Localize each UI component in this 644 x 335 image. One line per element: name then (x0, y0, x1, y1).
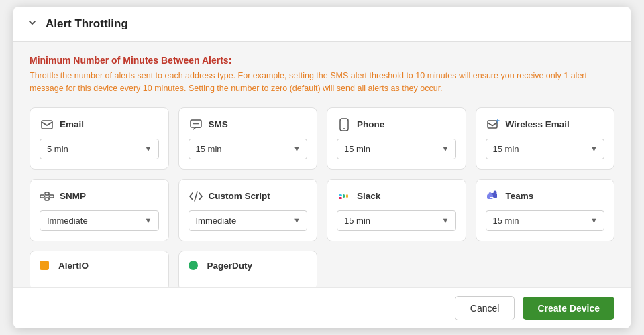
card-header-wireless-email: Wireless Email (486, 117, 605, 132)
svg-point-2 (193, 123, 195, 124)
card-label-email: Email (60, 119, 84, 129)
select-email[interactable]: Immediate5 min10 min15 min30 min1 hour (40, 139, 159, 159)
svg-point-4 (197, 123, 199, 124)
teams-icon (486, 189, 500, 204)
sms-icon (189, 117, 203, 132)
email-icon (40, 117, 54, 132)
svg-rect-15 (346, 194, 348, 198)
chevron-down-icon[interactable] (27, 17, 38, 30)
select-slack[interactable]: Immediate5 min10 min15 min30 min1 hour (337, 210, 456, 231)
svg-rect-19 (487, 194, 493, 199)
card-phone: Phone Immediate5 min10 min15 min30 min1 … (327, 107, 466, 170)
svg-rect-14 (343, 194, 345, 198)
card-header-custom-script: Custom Script (189, 189, 308, 204)
svg-point-20 (488, 192, 491, 195)
card-sms: SMS Immediate5 min10 min15 min30 min1 ho… (178, 107, 318, 170)
select-wrapper-custom-script: Immediate5 min10 min15 min30 min1 hour ▼ (189, 210, 308, 231)
select-wrapper-email: Immediate5 min10 min15 min30 min1 hour ▼ (40, 139, 159, 159)
card-header-slack: Slack (337, 189, 456, 204)
section-description: Throttle the number of alerts sent to ea… (30, 70, 614, 95)
card-header-snmp: SNMP (40, 189, 159, 204)
partial-card-header-pagerduty: PagerDuty (189, 261, 308, 271)
svg-rect-12 (339, 197, 342, 199)
card-header-teams: Teams (486, 189, 605, 204)
partial-card-label-alertio: AlertIO (58, 261, 89, 271)
select-sms[interactable]: Immediate5 min10 min15 min30 min1 hour (189, 139, 308, 159)
card-label-snmp: SNMP (60, 191, 86, 201)
card-slack: Slack Immediate5 min10 min15 min30 min1 … (327, 179, 466, 241)
select-wrapper-slack: Immediate5 min10 min15 min30 min1 hour ▼ (337, 210, 456, 231)
svg-rect-10 (50, 195, 54, 198)
svg-rect-7 (488, 121, 497, 128)
modal-header: Alert Throttling (13, 7, 631, 42)
card-header-email: Email (40, 117, 159, 132)
select-teams[interactable]: Immediate5 min10 min15 min30 min1 hour (486, 210, 605, 231)
card-label-teams: Teams (506, 191, 534, 201)
modal-title: Alert Throttling (46, 17, 128, 31)
phone-icon (337, 117, 352, 132)
card-label-custom-script: Custom Script (209, 191, 270, 201)
card-teams: Teams Immediate5 min10 min15 min30 min1 … (476, 179, 615, 241)
orange-icon (40, 261, 49, 270)
select-wrapper-teams: Immediate5 min10 min15 min30 min1 hour ▼ (486, 210, 605, 231)
alert-throttling-modal: Alert Throttling Minimum Number of Minut… (13, 7, 631, 328)
modal-body: Minimum Number of Minutes Between Alerts… (13, 42, 631, 287)
card-email: Email Immediate5 min10 min15 min30 min1 … (30, 107, 169, 170)
select-wrapper-phone: Immediate5 min10 min15 min30 min1 hour ▼ (337, 139, 456, 159)
card-label-slack: Slack (357, 191, 380, 201)
svg-rect-9 (45, 192, 49, 195)
card-label-sms: SMS (209, 119, 228, 129)
green-icon (189, 261, 198, 270)
svg-rect-0 (42, 121, 52, 129)
svg-rect-11 (45, 198, 49, 200)
section-label: Minimum Number of Minutes Between Alerts… (30, 55, 614, 66)
custom-script-icon (189, 189, 203, 204)
partial-card-header-alertio: AlertIO (40, 261, 159, 271)
partial-card-alertio: AlertIO (30, 251, 169, 288)
wireless-email-icon (486, 117, 500, 132)
select-custom-script[interactable]: Immediate5 min10 min15 min30 min1 hour (189, 210, 308, 231)
cards-grid-row2: SNMP Immediate5 min10 min15 min30 min1 h… (30, 179, 614, 241)
card-label-phone: Phone (357, 119, 384, 129)
partial-card-pagerduty: PagerDuty (178, 251, 318, 288)
card-wireless-email: Wireless Email Immediate5 min10 min15 mi… (476, 107, 615, 170)
select-snmp[interactable]: Immediate5 min10 min15 min30 min1 hour (40, 210, 159, 231)
select-wrapper-wireless-email: Immediate5 min10 min15 min30 min1 hour ▼ (486, 139, 605, 159)
slack-icon (337, 189, 352, 204)
card-snmp: SNMP Immediate5 min10 min15 min30 min1 h… (30, 179, 169, 241)
card-header-phone: Phone (337, 117, 456, 132)
cards-grid-row1: Email Immediate5 min10 min15 min30 min1 … (30, 107, 614, 170)
snmp-icon (40, 189, 54, 204)
svg-point-3 (195, 123, 197, 124)
card-custom-script: Custom Script Immediate5 min10 min15 min… (178, 179, 318, 241)
select-wrapper-snmp: Immediate5 min10 min15 min30 min1 hour ▼ (40, 210, 159, 231)
svg-point-6 (343, 128, 345, 129)
create-device-button[interactable]: Create Device (523, 297, 614, 320)
partial-card-label-pagerduty: PagerDuty (207, 261, 253, 271)
select-wireless-email[interactable]: Immediate5 min10 min15 min30 min1 hour (486, 139, 605, 159)
card-header-sms: SMS (189, 117, 308, 132)
card-label-wireless-email: Wireless Email (506, 119, 570, 129)
svg-point-18 (493, 190, 496, 194)
select-wrapper-sms: Immediate5 min10 min15 min30 min1 hour ▼ (189, 139, 308, 159)
select-phone[interactable]: Immediate5 min10 min15 min30 min1 hour (337, 139, 456, 159)
partial-row: AlertIO PagerDuty (30, 251, 614, 288)
modal-footer: Cancel Create Device (13, 287, 631, 328)
cancel-button[interactable]: Cancel (455, 296, 515, 320)
svg-rect-8 (40, 195, 44, 198)
